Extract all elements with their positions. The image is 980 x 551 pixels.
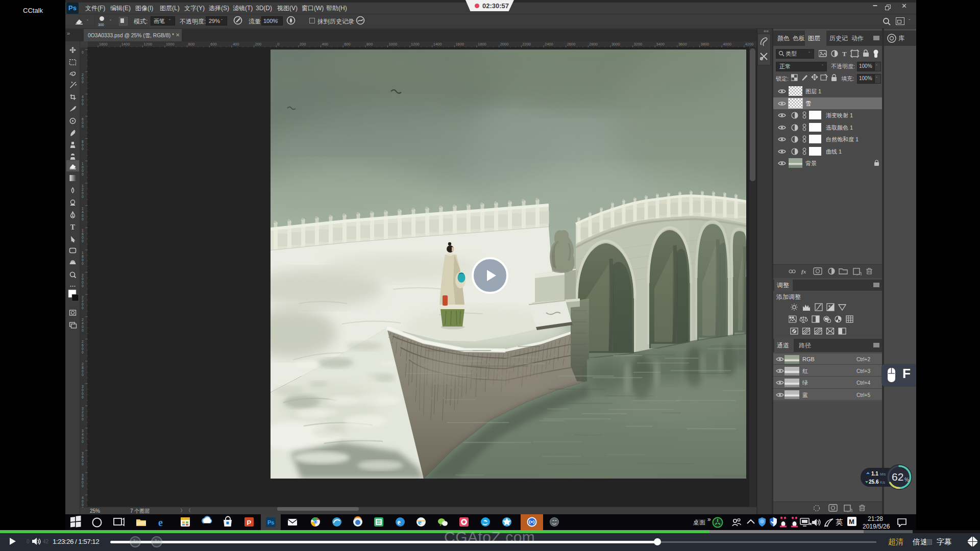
svg-text:0: 0 (82, 77, 84, 80)
svg-text:0: 0 (82, 369, 84, 373)
svg-text:1200: 1200 (143, 42, 152, 46)
svg-text:0: 0 (82, 347, 84, 350)
svg-text:1: 1 (82, 162, 84, 165)
svg-text:1400: 1400 (433, 42, 442, 46)
svg-text:6: 6 (82, 117, 84, 121)
svg-text:0: 0 (82, 306, 84, 310)
svg-text:6: 6 (82, 343, 84, 347)
svg-text:Ps: Ps (267, 519, 274, 525)
svg-text:2: 2 (82, 273, 84, 277)
svg-text:1000: 1000 (388, 42, 397, 46)
svg-text:0: 0 (82, 462, 84, 466)
svg-text:0: 0 (82, 124, 84, 128)
svg-text:2200: 2200 (522, 42, 531, 46)
svg-text:0: 0 (82, 195, 84, 198)
svg-text:0: 0 (82, 172, 84, 176)
svg-text:0: 0 (82, 217, 84, 221)
svg-text:T: T (70, 223, 76, 231)
svg-text:3000: 3000 (611, 42, 620, 46)
svg-text:0: 0 (82, 481, 84, 484)
svg-text:T: T (842, 50, 847, 58)
svg-text:0: 0 (82, 239, 84, 243)
svg-text:2: 2 (82, 318, 84, 321)
svg-text:0: 0 (82, 417, 84, 421)
svg-text:1200: 1200 (411, 42, 420, 46)
svg-text:0: 0 (82, 191, 84, 195)
svg-text:1: 1 (82, 251, 84, 255)
svg-text:0: 0 (82, 392, 84, 395)
svg-text:8: 8 (82, 255, 84, 258)
svg-text:0: 0 (82, 388, 84, 392)
svg-text:4200: 4200 (745, 42, 754, 46)
svg-text:0: 0 (82, 325, 84, 329)
svg-text:600: 600 (344, 42, 351, 46)
svg-text:3: 3 (82, 452, 84, 455)
svg-text:0: 0 (277, 42, 279, 46)
svg-text:e: e (398, 518, 401, 526)
svg-text:0: 0 (82, 503, 84, 507)
svg-text:0: 0 (82, 165, 84, 169)
svg-text:3: 3 (82, 385, 84, 388)
svg-text:600: 600 (210, 42, 217, 46)
svg-text:3200: 3200 (634, 42, 643, 46)
svg-text:4000: 4000 (723, 42, 731, 46)
svg-text:0: 0 (82, 236, 84, 239)
svg-text:0: 0 (82, 80, 84, 84)
svg-text:400: 400 (233, 42, 239, 46)
svg-text:0: 0 (82, 395, 84, 399)
svg-text:2: 2 (82, 295, 84, 299)
svg-text:e: e (158, 517, 163, 528)
svg-text:3: 3 (82, 407, 84, 410)
svg-text:0: 0 (82, 440, 84, 443)
svg-text:0: 0 (82, 258, 84, 262)
svg-text:0: 0 (82, 147, 84, 151)
svg-text:8: 8 (82, 140, 84, 143)
svg-text:0: 0 (82, 484, 84, 488)
svg-text:4: 4 (82, 496, 84, 499)
svg-text:0: 0 (82, 262, 84, 265)
svg-text:fx: fx (801, 268, 806, 274)
svg-text:0: 0 (82, 373, 84, 377)
svg-text:0: 0 (82, 51, 84, 54)
svg-text:1400: 1400 (121, 42, 130, 46)
svg-text:4: 4 (82, 210, 84, 214)
svg-text:0: 0 (82, 329, 84, 332)
svg-text:1: 1 (82, 184, 84, 188)
svg-text:2: 2 (82, 73, 84, 77)
svg-text:0: 0 (82, 98, 84, 102)
svg-text:2: 2 (82, 410, 84, 414)
svg-text:1600: 1600 (455, 42, 464, 46)
svg-text:8: 8 (82, 366, 84, 369)
svg-text:6: 6 (82, 232, 84, 236)
svg-text:8: 8 (82, 477, 84, 481)
svg-text:3: 3 (82, 429, 84, 433)
svg-text:0: 0 (82, 214, 84, 217)
svg-text:0: 0 (82, 459, 84, 462)
svg-text:800: 800 (188, 42, 195, 46)
svg-text:P: P (247, 519, 252, 527)
svg-text:0: 0 (82, 284, 84, 288)
svg-text:K/s: K/s (880, 481, 886, 484)
svg-text:3: 3 (82, 473, 84, 477)
svg-text:0: 0 (82, 350, 84, 354)
svg-text:1: 1 (82, 229, 84, 232)
svg-text:3800: 3800 (701, 42, 709, 46)
svg-text:200: 200 (255, 42, 262, 46)
svg-text:2400: 2400 (545, 42, 553, 46)
svg-text:4: 4 (82, 95, 84, 98)
svg-text:M/s: M/s (880, 472, 886, 476)
svg-text:0: 0 (82, 414, 84, 417)
svg-text:0: 0 (82, 303, 84, 306)
svg-text:25.6: 25.6 (869, 479, 879, 485)
svg-text:1.1: 1.1 (871, 471, 878, 477)
svg-text:1600: 1600 (99, 42, 108, 46)
svg-text:4: 4 (82, 433, 84, 436)
svg-text:62: 62 (892, 471, 903, 483)
svg-text:0: 0 (82, 436, 84, 440)
svg-text:1800: 1800 (478, 42, 486, 46)
svg-text:%: % (904, 477, 909, 483)
svg-text:800: 800 (366, 42, 373, 46)
svg-text:0: 0 (82, 102, 84, 106)
svg-text:2: 2 (82, 362, 84, 366)
svg-text:6: 6 (82, 455, 84, 459)
